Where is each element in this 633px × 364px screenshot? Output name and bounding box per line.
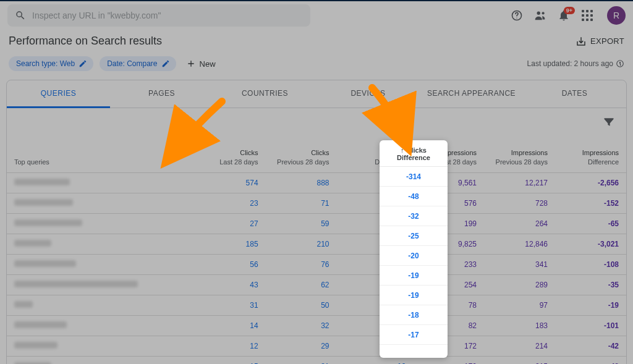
imp-diff-cell: -19 <box>555 295 626 315</box>
table-row[interactable]: 2371-48576728-152 <box>7 193 626 213</box>
query-cell <box>7 336 195 356</box>
table-row[interactable]: 1229-17172214-42 <box>7 336 626 356</box>
query-cell <box>7 234 195 254</box>
spotlight-row: -18 <box>380 305 448 325</box>
clicks-prev-cell: 29 <box>266 336 337 356</box>
imp-prev-cell: 183 <box>484 315 555 336</box>
imp-diff-cell: -65 <box>555 213 626 234</box>
imp-diff-cell: -42 <box>555 336 626 356</box>
spotlight-row: -25 <box>380 226 448 246</box>
imp-prev-cell: 12,217 <box>484 172 555 193</box>
chip-date[interactable]: Date: Compare <box>100 56 176 71</box>
spotlight-row: -19 <box>380 286 448 305</box>
query-cell <box>7 295 195 315</box>
table-row[interactable]: 3150-197897-19 <box>7 295 626 315</box>
tab-dates[interactable]: DATES <box>523 80 626 108</box>
page-title: Performance on Search results <box>9 35 162 48</box>
export-button[interactable]: EXPORT <box>576 36 624 47</box>
clicks-last-cell: 27 <box>195 213 266 234</box>
query-cell <box>7 172 195 193</box>
spotlight-clicks-difference: ↑Clicks Difference -314-48-32-25-20-19-1… <box>380 140 448 358</box>
table-row[interactable]: 185210-259,82512,846-3,021 <box>7 234 626 254</box>
col-imp-diff[interactable]: ImpressionsDifference <box>555 133 626 172</box>
tab-pages[interactable]: PAGES <box>110 80 213 108</box>
tab-countries[interactable]: COUNTRIES <box>213 80 316 108</box>
query-cell <box>7 254 195 274</box>
col-clicks-prev[interactable]: ClicksPrevious 28 days <box>266 133 337 172</box>
imp-prev-cell: 728 <box>484 193 555 213</box>
spotlight-row: -48 <box>380 187 448 206</box>
imp-prev-cell: 215 <box>484 356 555 364</box>
query-cell <box>7 213 195 234</box>
spotlight-row: -17 <box>380 325 448 345</box>
imp-diff-cell: -3,021 <box>555 234 626 254</box>
imp-diff-cell: -152 <box>555 193 626 213</box>
clicks-prev-cell: 50 <box>266 295 337 315</box>
last-updated-label: Last updated: 2 hours ago <box>527 59 624 68</box>
results-card: QUERIES PAGES COUNTRIES DEVICES SEARCH A… <box>6 80 627 364</box>
clicks-prev-cell: 71 <box>266 193 337 213</box>
spotlight-row: -19 <box>380 266 448 286</box>
imp-diff-cell: -108 <box>555 254 626 274</box>
clicks-last-cell: 23 <box>195 193 266 213</box>
people-icon[interactable] <box>533 8 548 23</box>
download-icon <box>576 36 587 47</box>
table-row[interactable]: 1531-16172215-43 <box>7 356 626 364</box>
table-row[interactable]: 4362-19254289-35 <box>7 274 626 295</box>
table-row[interactable]: 5676-20233341-108 <box>7 254 626 274</box>
tab-devices[interactable]: DEVICES <box>316 80 420 108</box>
clicks-last-cell: 185 <box>195 234 266 254</box>
clicks-prev-cell: 59 <box>266 213 337 234</box>
chip-search-type[interactable]: Search type: Web <box>9 56 93 71</box>
table-row[interactable]: 574888-3149,56112,217-2,656 <box>7 172 626 193</box>
sort-arrow-icon: ↑ <box>401 146 404 154</box>
topbar-icons: 9+ R <box>509 6 626 25</box>
col-imp-prev[interactable]: ImpressionsPrevious 28 days <box>484 133 555 172</box>
query-cell <box>7 193 195 213</box>
clicks-last-cell: 31 <box>195 295 266 315</box>
info-icon[interactable] <box>616 59 624 68</box>
imp-prev-cell: 12,846 <box>484 234 555 254</box>
query-cell <box>7 356 195 364</box>
clicks-prev-cell: 888 <box>266 172 337 193</box>
filter-icon <box>603 116 615 128</box>
queries-table: Top queries ClicksLast 28 days ClicksPre… <box>7 133 626 364</box>
dimension-tabs: QUERIES PAGES COUNTRIES DEVICES SEARCH A… <box>7 80 626 108</box>
notification-badge: 9+ <box>564 7 575 14</box>
clicks-prev-cell: 32 <box>266 315 337 336</box>
edit-icon <box>161 59 170 68</box>
imp-diff-cell: -43 <box>555 356 626 364</box>
clicks-last-cell: 14 <box>195 315 266 336</box>
table-row[interactable]: 2759-32199264-65 <box>7 213 626 234</box>
table-row[interactable]: 1432-1882183-101 <box>7 315 626 336</box>
edit-icon <box>79 59 87 68</box>
account-avatar[interactable]: R <box>607 6 626 25</box>
imp-prev-cell: 341 <box>484 254 555 274</box>
clicks-last-cell: 56 <box>195 254 266 274</box>
notifications-icon[interactable]: 9+ <box>556 8 571 23</box>
svg-point-1 <box>516 18 517 19</box>
col-top-queries[interactable]: Top queries <box>7 133 195 172</box>
clicks-last-cell: 12 <box>195 336 266 356</box>
imp-diff-cell: -101 <box>555 315 626 336</box>
spotlight-row: -32 <box>380 206 448 226</box>
imp-prev-cell: 97 <box>484 295 555 315</box>
apps-icon[interactable] <box>580 8 595 23</box>
url-inspect-search[interactable]: Inspect any URL in "kwebby.com" <box>7 4 310 27</box>
clicks-prev-cell: 31 <box>266 356 337 364</box>
tab-queries[interactable]: QUERIES <box>7 80 110 108</box>
add-filter-button[interactable]: New <box>182 59 216 69</box>
imp-diff-cell: -2,656 <box>555 172 626 193</box>
search-placeholder: Inspect any URL in "kwebby.com" <box>32 11 161 20</box>
tab-search-appearance[interactable]: SEARCH APPEARANCE <box>420 80 523 108</box>
clicks-prev-cell: 76 <box>266 254 337 274</box>
spotlight-row: -314 <box>380 167 448 187</box>
clicks-last-cell: 15 <box>195 356 266 364</box>
help-icon[interactable] <box>509 8 524 23</box>
svg-point-2 <box>537 12 541 15</box>
query-cell <box>7 274 195 295</box>
spotlight-row: -20 <box>380 246 448 266</box>
col-clicks-last[interactable]: ClicksLast 28 days <box>195 133 266 172</box>
table-filter-button[interactable] <box>599 112 619 133</box>
svg-point-3 <box>542 12 544 14</box>
